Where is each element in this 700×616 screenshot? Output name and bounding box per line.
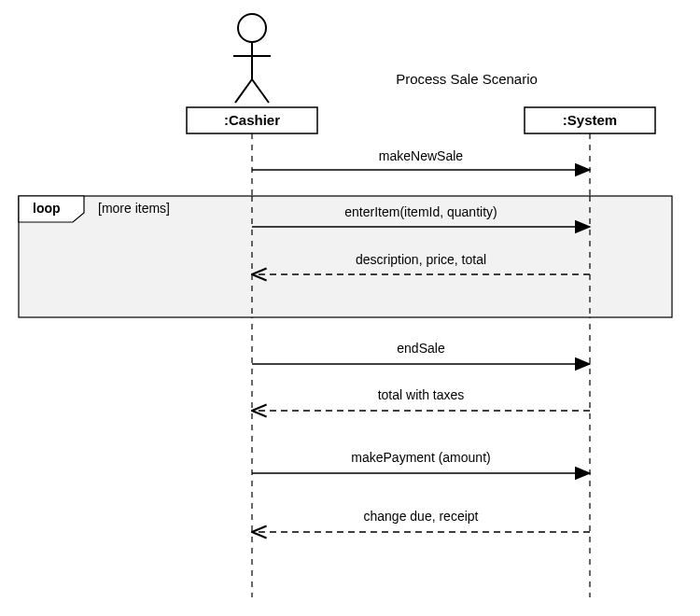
actor-cashier: [233, 14, 271, 103]
msg-total-label: total with taxes: [378, 387, 465, 402]
sequence-diagram: Process Sale Scenario :Cashier :System m…: [0, 0, 700, 616]
loop-guard: [more items]: [98, 201, 170, 216]
msg-change-label: change due, receipt: [364, 509, 479, 524]
svg-point-0: [238, 14, 266, 42]
msg-makeNewSale-label: makeNewSale: [379, 148, 463, 163]
msg-enterItem-label: enterItem(itemId, quantity): [344, 204, 497, 219]
msg-endSale-label: endSale: [397, 341, 445, 356]
msg-payment-label: makePayment (amount): [351, 450, 490, 465]
diagram-title: Process Sale Scenario: [396, 71, 538, 87]
lifeline-cashier-label: :Cashier: [224, 112, 280, 128]
msg-description-label: description, price, total: [356, 252, 486, 267]
svg-line-4: [252, 79, 269, 103]
svg-line-3: [235, 79, 252, 103]
lifeline-system-label: :System: [563, 112, 617, 128]
loop-label: loop: [33, 201, 61, 216]
